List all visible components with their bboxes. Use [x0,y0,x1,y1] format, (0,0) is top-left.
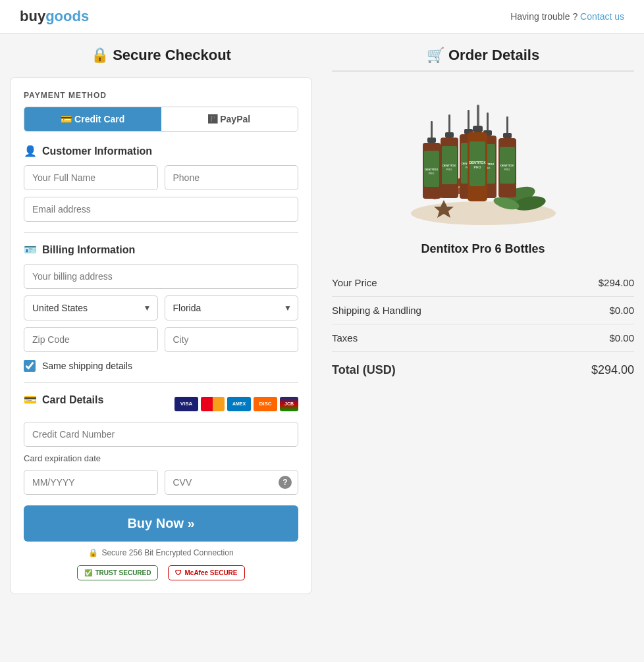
order-title: 🛒 Order Details [332,47,634,64]
same-shipping-checkbox[interactable] [24,360,36,372]
header: buygoods Having trouble ? Contact us [0,0,644,34]
paypal-tab[interactable]: 🅿 PayPal [161,107,298,131]
country-state-row: United States Canada United Kingdom ▼ Fl… [24,295,298,320]
shipping-value: $0.00 [609,305,634,316]
svg-text:PRO: PRO [446,168,452,171]
expiry-input[interactable] [24,470,158,495]
same-shipping-row: Same shipping details [24,360,298,372]
trust-secured-badge: ✅ TRUST SECURED [77,565,158,580]
cvv-help-icon[interactable]: ? [279,476,292,489]
contact-link[interactable]: Contact us [580,11,624,22]
city-group [165,327,299,352]
cvv-wrapper: ? [165,470,299,495]
credit-card-icon: 💳 [61,114,72,124]
product-image: DENTITOX PRO DENTITOX PRO DENTITOX PRO [391,85,576,230]
divider-1 [24,232,298,233]
email-input[interactable] [24,197,298,222]
billing-icon: 🪪 [24,243,37,256]
svg-rect-19 [468,110,470,131]
zip-input[interactable] [24,327,158,352]
divider-2 [24,382,298,383]
full-name-input[interactable] [24,165,158,190]
svg-rect-7 [431,121,433,140]
mcafee-icon: 🛡 [175,569,182,576]
taxes-value: $0.00 [609,332,634,344]
checkout-card: PAYMENT METHOD 💳 Credit Card 🅿 PayPal 👤 … [10,77,312,594]
mastercard-logo [201,397,225,411]
trust-mcafee-badge: 🛡 McAfee SECURE [168,565,244,580]
svg-rect-14 [445,132,454,138]
right-panel: 🛒 Order Details [332,47,634,594]
credit-card-tab[interactable]: 💳 Credit Card [24,107,161,131]
buy-now-button[interactable]: Buy Now » [24,505,298,542]
paypal-icon: 🅿 [208,114,217,124]
your-price-value: $294.00 [599,277,634,288]
svg-rect-31 [506,116,508,135]
taxes-row: Taxes $0.00 [332,324,634,352]
left-panel: 🔒 Secure Checkout PAYMENT METHOD 💳 Credi… [10,47,312,594]
state-select[interactable]: Florida California Texas New York [165,295,299,320]
same-shipping-label: Same shipping details [42,361,132,371]
svg-rect-8 [427,138,436,143]
payment-tabs: 💳 Credit Card 🅿 PayPal [24,107,298,132]
logo: buygoods [20,8,89,25]
city-input[interactable] [165,327,299,352]
your-price-row: Your Price $294.00 [332,269,634,297]
expiry-label: Card expiration date [24,453,298,463]
secure-text: 🔒 Secure 256 Bit Encrypted Connection [24,548,298,557]
zip-city-row [24,327,298,352]
phone-group [165,165,299,190]
email-row [24,197,298,222]
name-phone-row [24,165,298,190]
address-group [24,264,298,289]
total-row: Total (USD) $294.00 [332,355,634,385]
lock-icon: 🔒 [91,47,109,63]
product-name: Dentitox Pro 6 Bottles [332,242,634,256]
logo-buy: buy [20,8,45,24]
country-wrapper: United States Canada United Kingdom ▼ [24,295,158,320]
phone-input[interactable] [165,165,299,190]
svg-text:PRO: PRO [428,172,434,175]
cart-icon: 🛒 [427,47,444,63]
billing-address-input[interactable] [24,264,298,289]
svg-rect-13 [448,115,450,134]
discover-logo: DISC [254,397,277,411]
svg-rect-38 [473,126,483,132]
billing-section-title: 🪪 Billing Information [24,243,298,256]
state-wrapper: Florida California Texas New York ▼ [165,295,299,320]
full-name-group [24,165,158,190]
order-divider [332,70,634,72]
svg-text:DENTITOX: DENTITOX [500,164,513,167]
svg-rect-37 [477,105,479,128]
payment-method-label: PAYMENT METHOD [24,91,298,100]
svg-text:DENTITOX: DENTITOX [442,164,455,167]
card-logos: VISA AMEX DISC JCB [174,397,298,411]
customer-info-section-title: 👤 Customer Information [24,145,298,157]
logo-goods: goods [45,8,89,24]
address-row [24,264,298,289]
shipping-label: Shipping & Handling [332,305,421,316]
expiry-group [24,470,158,495]
main-content: 🔒 Secure Checkout PAYMENT METHOD 💳 Credi… [0,34,644,607]
card-icon: 💳 [24,394,37,406]
cc-number-input[interactable] [24,422,298,447]
svg-rect-32 [503,133,512,138]
amex-logo: AMEX [227,397,251,411]
svg-text:DENTITOX: DENTITOX [469,161,486,165]
svg-text:PRO: PRO [504,168,510,171]
card-details-header: 💳 Card Details VISA AMEX DISC JCB [24,394,298,414]
country-select[interactable]: United States Canada United Kingdom [24,295,158,320]
visa-logo: VISA [174,397,198,411]
trust-badges: ✅ TRUST SECURED 🛡 McAfee SECURE [24,565,298,580]
shipping-row: Shipping & Handling $0.00 [332,297,634,324]
email-group [24,197,298,222]
trouble-text: Having trouble ? [510,11,577,22]
jcb-logo: JCB [280,397,298,411]
checkout-title: 🔒 Secure Checkout [10,47,312,64]
zip-group [24,327,158,352]
shield-check-icon: ✅ [84,569,92,576]
expiry-cvv-row: ? [24,470,298,495]
product-image-container: DENTITOX PRO DENTITOX PRO DENTITOX PRO [332,85,634,232]
header-right: Having trouble ? Contact us [510,11,624,22]
svg-text:DENTITOX: DENTITOX [424,168,437,171]
